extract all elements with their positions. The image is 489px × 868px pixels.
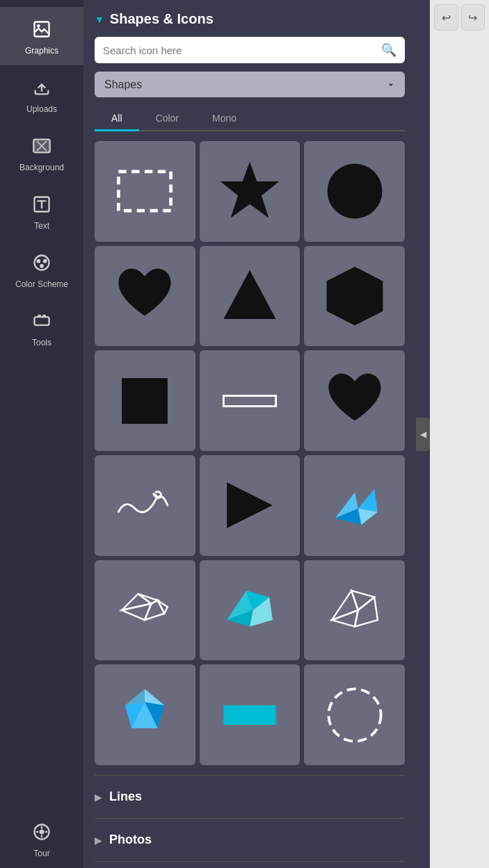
photo-frame-section: ▶ Photo Frame <box>95 861 405 868</box>
shape-horizontal-line[interactable] <box>200 350 300 451</box>
shape-arrow-right[interactable] <box>200 455 300 556</box>
svg-marker-21 <box>221 162 280 218</box>
shape-heart-swirl[interactable] <box>95 455 195 556</box>
svg-point-8 <box>36 259 40 263</box>
shape-star[interactable] <box>200 141 300 242</box>
search-bar: 🔍 <box>95 37 405 63</box>
undo-button[interactable]: ↩ <box>434 4 458 31</box>
shape-square[interactable] <box>95 350 195 451</box>
photos-caret: ▶ <box>95 835 102 846</box>
sidebar-item-graphics-label: Graphics <box>25 46 58 56</box>
shapes-dropdown-wrapper: Shapes Icons All <box>95 72 405 107</box>
sidebar-item-tools-label: Tools <box>32 338 51 347</box>
svg-marker-44 <box>355 597 378 626</box>
sidebar-item-color-scheme-label: Color Scheme <box>15 279 68 289</box>
shape-crystal-blue[interactable] <box>95 664 195 765</box>
tab-all[interactable]: All <box>95 107 139 131</box>
section-title: Shapes & Icons <box>110 11 214 27</box>
svg-rect-12 <box>38 315 41 318</box>
section-header: ▼ Shapes & Icons <box>95 11 405 27</box>
sidebar-item-background[interactable]: Background <box>0 124 83 182</box>
tab-color[interactable]: Color <box>139 107 195 131</box>
lines-header[interactable]: ▶ Lines <box>95 787 405 807</box>
lines-section: ▶ Lines <box>95 775 405 818</box>
shape-heart[interactable] <box>95 246 195 347</box>
shape-hexagon[interactable] <box>304 246 405 347</box>
svg-point-22 <box>327 164 382 219</box>
photos-label: Photos <box>109 833 152 847</box>
shapes-dropdown[interactable]: Shapes Icons All <box>95 72 405 97</box>
sidebar-item-background-label: Background <box>19 163 64 172</box>
sidebar-item-text-label: Text <box>34 221 49 231</box>
photos-header[interactable]: ▶ Photos <box>95 830 405 850</box>
sidebar-item-color-scheme[interactable]: Color Scheme <box>0 240 83 299</box>
sidebar-item-tour-label: Tour <box>33 849 49 858</box>
shape-dashed-circle[interactable] <box>304 664 405 765</box>
shape-origami-fish[interactable] <box>95 560 195 661</box>
svg-point-19 <box>40 830 45 835</box>
text-icon: T <box>29 192 54 217</box>
svg-point-10 <box>40 264 44 268</box>
shape-origami-bird-blue[interactable] <box>304 455 405 556</box>
svg-point-9 <box>43 259 47 263</box>
shape-outline-heart[interactable] <box>304 350 405 451</box>
shape-circle[interactable] <box>304 141 405 242</box>
svg-marker-27 <box>227 482 273 528</box>
graphics-icon <box>29 17 54 42</box>
tab-mono[interactable]: Mono <box>195 107 253 131</box>
tour-icon <box>29 819 54 844</box>
search-button[interactable]: 🔍 <box>381 42 396 58</box>
shapes-grid <box>95 141 405 765</box>
tab-bar: All Color Mono <box>95 107 405 131</box>
uploads-icon <box>29 75 54 100</box>
sidebar-item-uploads-label: Uploads <box>26 104 57 114</box>
sidebar-item-text[interactable]: T Text <box>0 182 83 240</box>
lines-caret: ▶ <box>95 792 102 803</box>
shape-origami-bird-outline[interactable] <box>304 560 405 661</box>
shape-origami-bird-cyan[interactable] <box>200 560 300 661</box>
background-icon <box>29 133 54 158</box>
svg-marker-24 <box>326 267 383 326</box>
sidebar: Graphics Uploads Background T <box>0 0 83 868</box>
svg-text:T: T <box>38 198 45 211</box>
sidebar-item-graphics[interactable]: Graphics <box>0 7 83 65</box>
svg-marker-36 <box>158 600 168 614</box>
shape-triangle[interactable] <box>200 246 300 347</box>
svg-marker-29 <box>358 489 377 512</box>
lines-label: Lines <box>109 789 142 804</box>
svg-rect-11 <box>35 317 49 325</box>
collapse-panel-handle[interactable]: ◀ <box>416 418 430 451</box>
redo-button[interactable]: ↪ <box>461 4 486 31</box>
svg-rect-20 <box>119 172 171 211</box>
right-panel: ↩ ↪ <box>430 0 489 868</box>
svg-rect-50 <box>223 705 275 725</box>
svg-point-1 <box>37 24 40 28</box>
shape-dashed-rectangle[interactable] <box>95 141 195 242</box>
sidebar-item-tools[interactable]: Tools <box>0 299 83 357</box>
svg-rect-26 <box>223 395 275 406</box>
svg-rect-25 <box>122 378 168 424</box>
sidebar-item-tour[interactable]: Tour <box>0 810 83 868</box>
svg-marker-23 <box>223 270 275 319</box>
svg-rect-13 <box>42 315 46 318</box>
photos-section: ▶ Photos <box>95 818 405 861</box>
shape-cyan-rectangle[interactable] <box>200 664 300 765</box>
color-scheme-icon <box>29 250 54 275</box>
right-toolbar: ↩ ↪ <box>430 0 489 35</box>
tools-icon <box>29 309 54 334</box>
sidebar-item-uploads[interactable]: Uploads <box>0 65 83 124</box>
content-area: ▼ Shapes & Icons 🔍 Shapes Icons All All … <box>83 0 416 868</box>
section-collapse-arrow[interactable]: ▼ <box>95 14 104 25</box>
search-input[interactable] <box>103 44 376 56</box>
svg-point-51 <box>328 689 380 741</box>
